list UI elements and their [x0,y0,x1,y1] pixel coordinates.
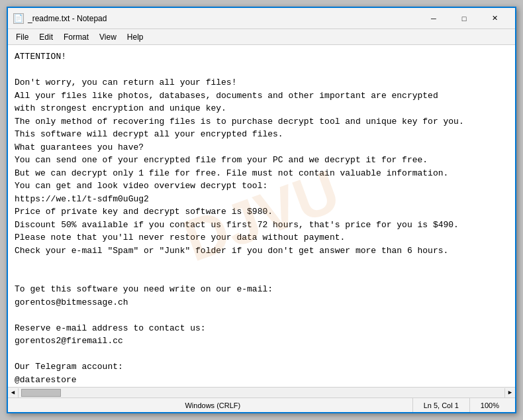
editor-content[interactable]: ATTENTION! Don't worry, you can return a… [15,50,508,387]
notepad-window: 📄 _readme.txt - Notepad ─ □ ✕ File Edit … [7,7,516,413]
window-title: _readme.txt - Notepad [28,14,418,23]
window-controls: ─ □ ✕ [418,8,510,29]
app-icon: 📄 [13,13,24,24]
horizontal-scrollbar-thumb[interactable] [21,389,61,397]
horizontal-scrollbar[interactable]: ◀ ▶ [8,387,515,397]
menu-edit[interactable]: Edit [34,30,58,44]
scroll-left-button[interactable]: ◀ [8,388,19,397]
menu-view[interactable]: View [94,30,122,44]
status-bar: Windows (CRLF) Ln 5, Col 1 100% [8,397,515,412]
status-encoding: Windows (CRLF) [13,398,413,412]
menu-file[interactable]: File [11,30,34,44]
title-bar: 📄 _readme.txt - Notepad ─ □ ✕ [8,8,515,29]
menu-help[interactable]: Help [122,30,149,44]
scroll-right-button[interactable]: ▶ [504,388,515,397]
close-button[interactable]: ✕ [479,8,510,29]
status-position: Ln 5, Col 1 [413,398,470,412]
status-zoom: 100% [470,398,510,412]
menu-format[interactable]: Format [58,30,94,44]
maximize-button[interactable]: □ [449,8,479,29]
text-editor[interactable]: DJVU ATTENTION! Don't worry, you can ret… [8,45,515,387]
minimize-button[interactable]: ─ [418,8,449,29]
menu-bar: File Edit Format View Help [8,29,515,45]
